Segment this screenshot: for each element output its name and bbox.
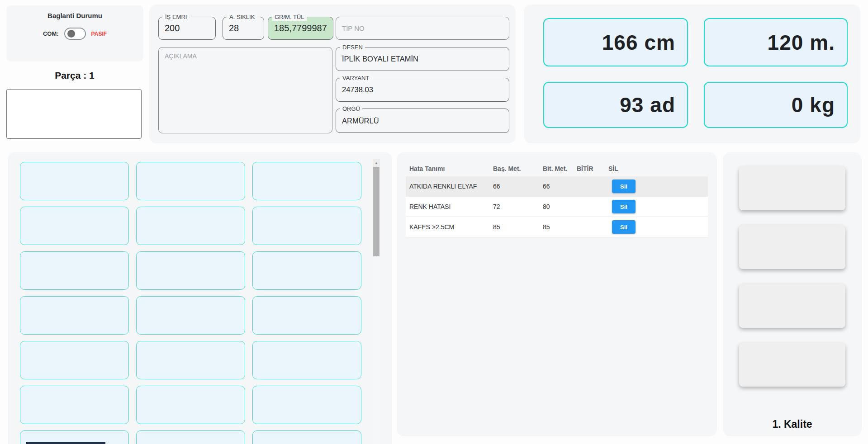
actions-panel: 1. Kalite: [723, 152, 862, 436]
error-table-header: Hata Tanımı Baş. Met. Bit. Met. BİTİR Sİ…: [406, 161, 708, 176]
desen-field[interactable]: DESEN: [336, 47, 509, 71]
table-row: ATKIDA RENKLI ELYAF 66 66 Sil: [406, 176, 708, 197]
defect-button[interactable]: [20, 162, 129, 200]
defect-button[interactable]: [252, 296, 361, 335]
defect-buttons-panel: ▲: [8, 152, 392, 444]
col-header-bit-met: Bit. Met.: [539, 165, 573, 172]
metric-unit: kg: [810, 93, 835, 117]
job-info-panel: İŞ EMRI A. SIKLIK GR/M. TÜL DESEN VARYAN…: [149, 5, 516, 143]
metric-box: 93 ad: [543, 82, 688, 128]
sil-button[interactable]: Sil: [612, 179, 636, 193]
a-siklik-field[interactable]: A. SIKLIK: [223, 17, 264, 40]
cell-error-name: KAFES >2.5CM: [406, 223, 489, 231]
com-status-badge: PASIF: [91, 31, 107, 37]
cell-error-name: RENK HATASI: [406, 203, 489, 210]
varyant-field[interactable]: VARYANT: [336, 78, 509, 102]
metric-value: 93: [620, 93, 644, 117]
com-label: COM:: [43, 30, 59, 37]
connection-status-card: Baglanti Durumu COM: PASIF: [6, 5, 143, 61]
defect-button[interactable]: [252, 207, 361, 245]
defect-list-scrollbar[interactable]: ▲: [373, 159, 380, 444]
defect-button[interactable]: [136, 207, 245, 245]
cell-sil: Sil: [605, 179, 708, 193]
metric-box: 166 cm: [543, 18, 688, 66]
defect-button[interactable]: [20, 341, 129, 379]
defect-buttons-grid: [20, 162, 361, 444]
cell-sil: Sil: [605, 200, 708, 213]
tip-no-field[interactable]: [336, 17, 509, 40]
cell-start-meter: 66: [489, 183, 539, 190]
metric-box: 0 kg: [704, 82, 848, 128]
metric-unit: m.: [810, 30, 835, 55]
aciklama-field[interactable]: [158, 47, 332, 133]
metric-unit: cm: [645, 30, 675, 55]
connection-title: Baglanti Durumu: [6, 5, 143, 19]
scroll-up-icon[interactable]: ▲: [373, 159, 380, 167]
sil-button[interactable]: Sil: [612, 200, 636, 213]
metrics-grid: 166 cm 120 m. 93 ad 0 kg: [524, 5, 860, 143]
cell-start-meter: 85: [489, 223, 539, 231]
action-button[interactable]: [739, 343, 845, 387]
scrollbar-thumb[interactable]: [373, 167, 379, 256]
is-emri-field[interactable]: İŞ EMRI: [158, 17, 216, 40]
tip-no-input[interactable]: [336, 17, 509, 39]
col-header-hata-tanimi: Hata Tanımı: [406, 165, 489, 172]
defect-button[interactable]: [136, 296, 245, 335]
a-siklik-label: A. SIKLIK: [227, 13, 257, 21]
cell-start-meter: 72: [489, 203, 539, 210]
metric-value: 166: [602, 30, 638, 55]
metrics-panel: 166 cm 120 m. 93 ad 0 kg: [524, 5, 860, 143]
metric-box: 120 m.: [704, 18, 848, 66]
gr-m-tul-label: GR/M. TÜL: [272, 13, 307, 21]
piece-counter: Parça : 1: [0, 70, 149, 81]
metric-value: 0: [792, 93, 804, 117]
defect-button[interactable]: [252, 341, 361, 379]
cell-end-meter: 85: [539, 223, 573, 231]
defect-button[interactable]: [20, 251, 129, 290]
cell-error-name: ATKIDA RENKLI ELYAF: [406, 183, 489, 190]
action-button[interactable]: [739, 166, 845, 210]
action-button[interactable]: [739, 284, 845, 328]
error-table-body: ATKIDA RENKLI ELYAF 66 66 Sil RENK HATAS…: [406, 176, 708, 237]
metric-unit: ad: [650, 93, 675, 117]
defect-button[interactable]: [136, 162, 245, 200]
col-header-bas-met: Baş. Met.: [489, 165, 539, 172]
defect-button[interactable]: [136, 341, 245, 379]
defect-button[interactable]: [252, 430, 361, 444]
gr-m-tul-field[interactable]: GR/M. TÜL: [268, 17, 333, 40]
defect-button[interactable]: [20, 207, 129, 245]
action-button[interactable]: [739, 225, 845, 269]
defect-button[interactable]: [20, 386, 129, 424]
defect-button[interactable]: [136, 430, 245, 444]
toggle-knob-icon: [67, 30, 75, 38]
varyant-label: VARYANT: [340, 74, 371, 82]
partial-element-bottom: [26, 442, 105, 444]
error-table: Hata Tanımı Baş. Met. Bit. Met. BİTİR Sİ…: [406, 161, 708, 237]
cell-end-meter: 66: [539, 183, 573, 190]
defect-button[interactable]: [136, 251, 245, 290]
metric-value: 120: [768, 30, 804, 55]
quality-label: 1. Kalite: [772, 418, 812, 430]
orgu-field[interactable]: ÖRGÜ: [336, 109, 509, 133]
defect-button[interactable]: [136, 386, 245, 424]
orgu-label: ÖRGÜ: [340, 105, 362, 113]
col-header-bitir: BİTİR: [573, 165, 605, 172]
piece-display-box: [6, 89, 142, 139]
aciklama-textarea[interactable]: [159, 47, 332, 133]
table-row: KAFES >2.5CM 85 85 Sil: [406, 217, 708, 237]
defect-button[interactable]: [252, 251, 361, 290]
sil-button[interactable]: Sil: [612, 220, 636, 234]
defect-button[interactable]: [252, 162, 361, 200]
error-table-panel: Hata Tanımı Baş. Met. Bit. Met. BİTİR Sİ…: [397, 152, 717, 436]
table-row: RENK HATASI 72 80 Sil: [406, 197, 708, 217]
defect-button[interactable]: [252, 386, 361, 424]
desen-label: DESEN: [340, 43, 365, 51]
cell-end-meter: 80: [539, 203, 573, 210]
cell-sil: Sil: [605, 220, 708, 234]
com-toggle[interactable]: [64, 28, 86, 40]
is-emri-label: İŞ EMRI: [163, 13, 189, 21]
col-header-sil: SİL: [605, 165, 708, 172]
defect-button[interactable]: [20, 296, 129, 335]
